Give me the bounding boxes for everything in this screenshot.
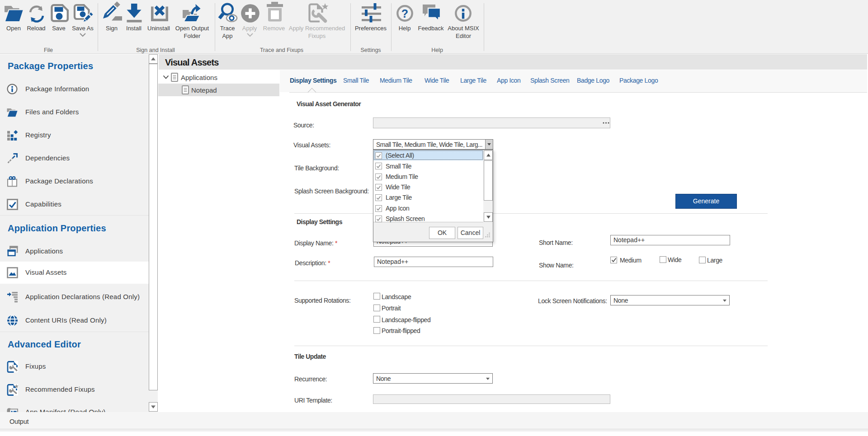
svg-text:?: ? <box>401 7 408 20</box>
